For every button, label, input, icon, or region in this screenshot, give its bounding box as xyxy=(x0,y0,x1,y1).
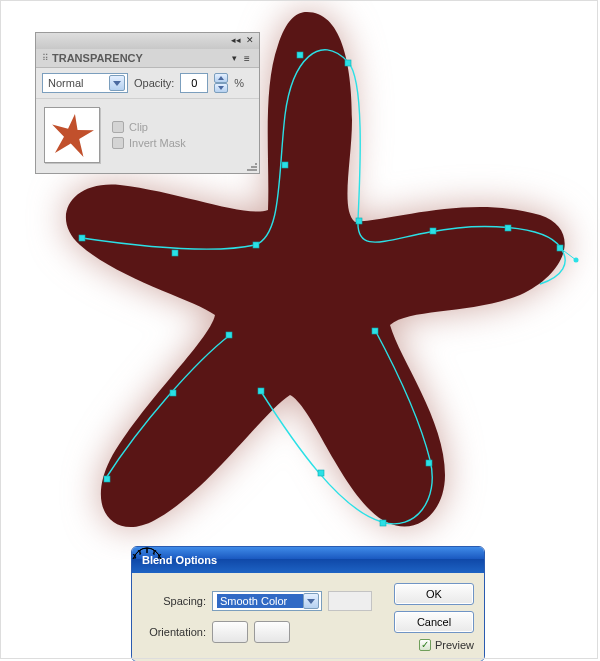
svg-rect-10 xyxy=(104,476,110,482)
resize-grip-icon[interactable] xyxy=(247,163,257,171)
cancel-button[interactable]: Cancel xyxy=(394,611,474,633)
checkbox-icon xyxy=(112,121,124,133)
transparency-panel: ◂◂ ✕ ⠿ TRANSPARENCY ▾ ≡ Normal Opacity: … xyxy=(35,32,260,174)
chevron-down-icon[interactable]: ▾ xyxy=(232,53,237,63)
panel-titlebar[interactable]: ◂◂ ✕ xyxy=(36,33,259,49)
checkbox-checked-icon: ✓ xyxy=(419,639,431,651)
blend-mode-select[interactable]: Normal xyxy=(42,73,128,93)
svg-rect-8 xyxy=(505,225,511,231)
svg-rect-2 xyxy=(253,242,259,248)
invert-mask-label: Invert Mask xyxy=(129,137,186,149)
spacing-value: Smooth Color xyxy=(217,594,303,608)
svg-rect-5 xyxy=(345,60,351,66)
arrow-up-icon xyxy=(218,76,224,80)
spacing-label: Spacing: xyxy=(142,595,206,607)
dropdown-button[interactable] xyxy=(109,75,125,91)
chevron-down-icon xyxy=(307,599,315,604)
blend-options-dialog: Blend Options Spacing: Smooth Color Orie… xyxy=(131,546,485,661)
svg-rect-4 xyxy=(297,52,303,58)
collapse-icon[interactable]: ◂◂ xyxy=(231,35,241,45)
close-icon[interactable]: ✕ xyxy=(245,35,255,45)
chevron-down-icon xyxy=(113,81,121,86)
arrow-down-icon xyxy=(218,86,224,90)
panel-menu-icon[interactable]: ≡ xyxy=(241,53,253,64)
spacing-select[interactable]: Smooth Color xyxy=(212,591,322,611)
svg-rect-16 xyxy=(426,460,432,466)
ok-button[interactable]: OK xyxy=(394,583,474,605)
svg-rect-13 xyxy=(258,388,264,394)
opacity-spinner[interactable] xyxy=(214,73,228,93)
svg-rect-12 xyxy=(226,332,232,338)
orientation-align-page[interactable] xyxy=(212,621,248,643)
svg-rect-11 xyxy=(170,390,176,396)
svg-rect-1 xyxy=(172,250,178,256)
dialog-titlebar[interactable]: Blend Options xyxy=(132,547,484,573)
clip-label: Clip xyxy=(129,121,148,133)
svg-rect-0 xyxy=(79,235,85,241)
svg-rect-6 xyxy=(356,218,362,224)
clip-checkbox: Clip xyxy=(112,121,186,133)
svg-rect-15 xyxy=(380,520,386,526)
svg-rect-3 xyxy=(282,162,288,168)
checkbox-icon xyxy=(112,137,124,149)
preview-label: Preview xyxy=(435,639,474,651)
spinner-down[interactable] xyxy=(214,83,228,93)
percent-label: % xyxy=(234,77,244,89)
orientation-label: Orientation: xyxy=(142,626,206,638)
spacing-steps-input xyxy=(328,591,372,611)
orientation-align-path[interactable] xyxy=(254,621,290,643)
dropdown-button[interactable] xyxy=(303,593,319,609)
preview-checkbox[interactable]: ✓ Preview xyxy=(394,639,474,651)
panel-title: TRANSPARENCY xyxy=(52,52,143,64)
svg-rect-14 xyxy=(318,470,324,476)
svg-rect-17 xyxy=(372,328,378,334)
opacity-label: Opacity: xyxy=(134,77,174,89)
svg-rect-7 xyxy=(430,228,436,234)
grip-icon: ⠿ xyxy=(42,53,48,63)
opacity-input[interactable]: 0 xyxy=(180,73,208,93)
invert-mask-checkbox: Invert Mask xyxy=(112,137,186,149)
panel-tab[interactable]: ⠿ TRANSPARENCY ▾ ≡ xyxy=(36,49,259,68)
blend-mode-value: Normal xyxy=(48,77,109,89)
opacity-thumbnail[interactable] xyxy=(44,107,100,163)
spinner-up[interactable] xyxy=(214,73,228,83)
